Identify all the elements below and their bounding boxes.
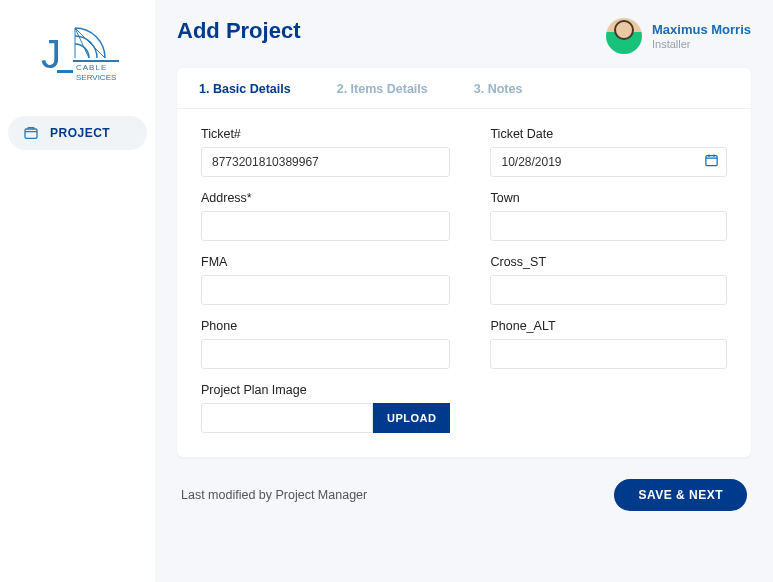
svg-text:CABLE: CABLE <box>76 63 107 72</box>
field-address: Address* <box>201 191 450 241</box>
footer: Last modified by Project Manager SAVE & … <box>177 457 751 511</box>
address-label: Address* <box>201 191 450 205</box>
address-input[interactable] <box>201 211 450 241</box>
phone-alt-label: Phone_ALT <box>490 319 727 333</box>
field-plan-image: Project Plan Image UPLOAD <box>201 383 450 433</box>
tabs: 1. Basic Details 2. Items Details 3. Not… <box>177 68 751 109</box>
brand-logo-icon: J CABLE SERVICES <box>37 18 119 88</box>
cross-st-input[interactable] <box>490 275 727 305</box>
upload-button[interactable]: UPLOAD <box>373 403 450 433</box>
fma-label: FMA <box>201 255 450 269</box>
fma-input[interactable] <box>201 275 450 305</box>
sidebar-item-project[interactable]: PROJECT <box>8 116 147 150</box>
page-title: Add Project <box>177 18 300 44</box>
header: Add Project Maximus Morris Installer <box>177 18 751 54</box>
last-modified-text: Last modified by Project Manager <box>181 488 367 502</box>
tab-notes[interactable]: 3. Notes <box>474 82 523 96</box>
main-content: Add Project Maximus Morris Installer 1. … <box>155 0 773 582</box>
field-phone-alt: Phone_ALT <box>490 319 727 369</box>
save-next-button[interactable]: SAVE & NEXT <box>614 479 747 511</box>
sidebar-item-label: PROJECT <box>50 126 110 140</box>
svg-line-3 <box>75 28 89 58</box>
plan-image-input[interactable] <box>201 403 373 433</box>
phone-alt-input[interactable] <box>490 339 727 369</box>
field-ticket: Ticket# <box>201 127 450 177</box>
project-icon <box>22 124 40 142</box>
svg-rect-1 <box>57 70 73 73</box>
cross-st-label: Cross_ST <box>490 255 727 269</box>
phone-input[interactable] <box>201 339 450 369</box>
form-card: 1. Basic Details 2. Items Details 3. Not… <box>177 68 751 457</box>
user-role: Installer <box>652 38 751 50</box>
field-fma: FMA <box>201 255 450 305</box>
svg-text:J: J <box>41 32 61 76</box>
sidebar: J CABLE SERVICES PROJECT <box>0 0 155 582</box>
form-body: Ticket# Ticket Date Address* Town <box>177 109 751 457</box>
field-ticket-date: Ticket Date <box>490 127 727 177</box>
avatar <box>606 18 642 54</box>
tab-basic-details[interactable]: 1. Basic Details <box>199 82 291 96</box>
field-town: Town <box>490 191 727 241</box>
user-profile[interactable]: Maximus Morris Installer <box>606 18 751 54</box>
tab-items-details[interactable]: 2. Items Details <box>337 82 428 96</box>
plan-image-label: Project Plan Image <box>201 383 450 397</box>
logo: J CABLE SERVICES <box>0 18 155 88</box>
phone-label: Phone <box>201 319 450 333</box>
town-input[interactable] <box>490 211 727 241</box>
field-cross-st: Cross_ST <box>490 255 727 305</box>
field-phone: Phone <box>201 319 450 369</box>
town-label: Town <box>490 191 727 205</box>
ticket-date-input[interactable] <box>490 147 727 177</box>
svg-text:SERVICES: SERVICES <box>76 73 116 82</box>
ticket-input[interactable] <box>201 147 450 177</box>
ticket-date-label: Ticket Date <box>490 127 727 141</box>
ticket-label: Ticket# <box>201 127 450 141</box>
svg-rect-5 <box>73 60 119 62</box>
svg-rect-8 <box>25 129 37 138</box>
user-name: Maximus Morris <box>652 22 751 38</box>
